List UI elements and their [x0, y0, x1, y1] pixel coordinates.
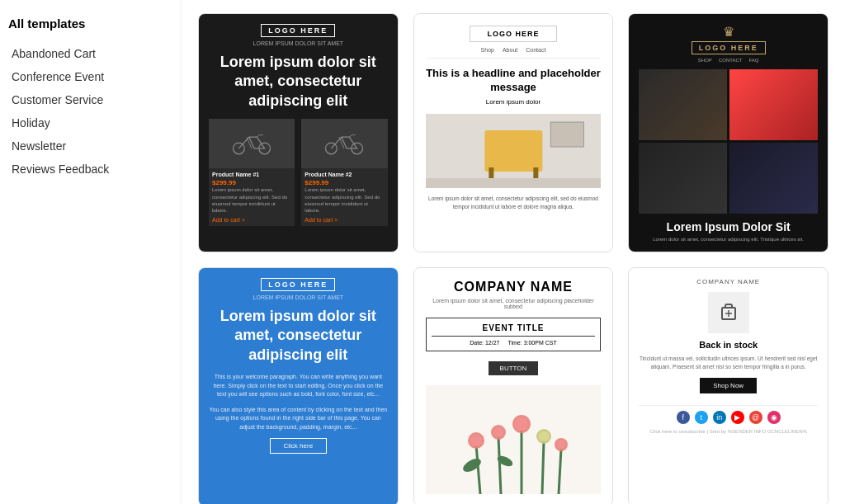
sidebar-item-holiday[interactable]: Holiday	[8, 111, 172, 134]
twitter-icon: t	[695, 411, 708, 424]
svg-line-13	[542, 440, 544, 494]
tpl5-tagline: Lorem ipsum dolor sit amet, consectetur …	[426, 298, 602, 309]
tpl2-nav1: Shop	[481, 47, 494, 53]
instagram-icon: ◉	[767, 411, 781, 424]
tpl1-headline: Lorem ipsum dolor sit amet, consectetur …	[209, 53, 388, 111]
sidebar-title: All templates	[8, 16, 172, 31]
sidebar-item-reviews-feedback[interactable]: Reviews Feedback	[8, 158, 172, 181]
tpl3-nav: SHOP CONTACT FAQ	[698, 58, 759, 63]
svg-rect-9	[426, 178, 602, 188]
linkedin-icon: in	[713, 411, 726, 424]
tpl5-event-time: Time: 3:00PM CST	[507, 340, 556, 346]
tpl1-p1-cta: Add to cart >	[212, 217, 291, 223]
template-card-5[interactable]: COMPANY NAME Lorem ipsum dolor sit amet,…	[413, 267, 614, 504]
tpl6-social-icons: f t in ▶ @ ◉	[639, 411, 818, 424]
svg-point-15	[461, 456, 484, 474]
tpl3-headline: Lorem Ipsum Dolor Sit	[667, 220, 791, 233]
tpl1-product-1: Product Name #1 $299.99 Lorem ipsum dolo…	[209, 119, 295, 226]
svg-rect-5	[484, 130, 542, 172]
facebook-icon: f	[677, 411, 690, 424]
cart-icon	[708, 292, 749, 333]
tpl3-img4	[729, 143, 818, 214]
tpl1-product-2: Product Name #2 $299.99 Lorem ipsum dolo…	[301, 119, 387, 226]
tpl4-button[interactable]: Click here	[270, 438, 328, 454]
tpl1-p2-desc: Lorem ipsum dolor sit amet, consectetur …	[304, 186, 384, 214]
tpl3-nav2: CONTACT	[719, 58, 743, 63]
template-card-3[interactable]: ♛ LOGO HERE SHOP CONTACT FAQ Lorem Ipsum…	[628, 13, 828, 252]
tpl5-flower-area	[426, 385, 602, 494]
tpl3-img1	[639, 69, 727, 140]
sidebar-item-abandoned-cart[interactable]: Abandoned Cart	[8, 42, 172, 65]
template-card-1[interactable]: LOGO HERE LOREM IPSUM DOLOR SIT AMET Lor…	[198, 13, 399, 252]
template-card-4[interactable]: LOGO HERE LOREM IPSUM DOLOR SIT AMET Lor…	[198, 267, 399, 504]
templates-grid: LOGO HERE LOREM IPSUM DOLOR SIT AMET Lor…	[198, 13, 828, 504]
sidebar-item-conference-event[interactable]: Conference Event	[8, 65, 172, 88]
tpl5-event-box: EVENT TITLE Date: 12/27 Time: 3:00PM CST	[426, 318, 602, 351]
svg-point-18	[470, 435, 482, 446]
templates-main: LOGO HERE LOREM IPSUM DOLOR SIT AMET Lor…	[182, 0, 845, 504]
tpl6-button[interactable]: Shop Now	[700, 378, 757, 393]
tpl6-company: COMPANY NAME	[639, 278, 818, 285]
tpl5-event-details: Date: 12/27 Time: 3:00PM CST	[432, 340, 596, 346]
tpl2-body: Lorem ipsum dolor sit amet, consectetur …	[426, 195, 602, 211]
tpl1-p2-name: Product Name #2	[304, 172, 384, 177]
sidebar: All templates Abandoned Cart Conference …	[0, 0, 182, 504]
svg-point-22	[515, 417, 528, 431]
sidebar-item-customer-service[interactable]: Customer Service	[8, 88, 172, 111]
tpl2-subhead: Lorem ipsum dolor	[486, 98, 541, 106]
tpl3-nav1: SHOP	[698, 58, 712, 63]
tpl2-image	[426, 114, 602, 188]
template-card-2[interactable]: LOGO HERE Shop About Contact This is a h…	[413, 13, 614, 252]
tpl4-body1: This is your welcome paragraph. You can …	[209, 373, 388, 399]
tpl3-image-grid	[639, 69, 818, 214]
youtube-icon: ▶	[731, 411, 744, 424]
tpl1-subtitle: LOREM IPSUM DOLOR SIT AMET	[253, 40, 344, 46]
tpl3-img3	[639, 143, 727, 214]
tpl6-body: Tincidunt ut massa vel, sollicitudin ult…	[639, 355, 818, 371]
tpl1-p1-price: $299.99	[212, 179, 291, 186]
tpl3-body: Lorem dolor sit amet, consectetur adipis…	[653, 237, 804, 242]
tpl2-logo: LOGO HERE	[470, 26, 556, 42]
tpl2-nav2: About	[503, 47, 517, 53]
tpl5-event-date: Date: 12/27	[470, 340, 499, 346]
tpl1-p2-cta: Add to cart >	[304, 217, 384, 223]
tpl3-img2	[729, 69, 818, 140]
svg-line-10	[476, 445, 480, 494]
tpl1-p2-price: $299.99	[304, 179, 384, 186]
tpl2-nav: Shop About Contact	[426, 47, 602, 59]
svg-line-14	[559, 449, 561, 494]
tpl4-body2: You can also style this area of content …	[209, 406, 388, 432]
sidebar-item-newsletter[interactable]: Newsletter	[8, 134, 172, 158]
svg-rect-8	[550, 122, 583, 147]
svg-point-20	[493, 427, 503, 437]
email-icon: @	[749, 411, 762, 424]
tpl6-stock-title: Back in stock	[639, 340, 818, 350]
tpl2-headline: This is a headline and placeholder messa…	[426, 67, 602, 95]
tpl3-nav3: FAQ	[748, 58, 758, 63]
tpl1-p1-name: Product Name #1	[212, 172, 291, 177]
tpl4-logo: LOGO HERE	[261, 278, 335, 291]
tpl2-nav3: Contact	[526, 47, 545, 53]
tpl4-subtitle: LOREM IPSUM DOLOR SIT AMET	[253, 294, 344, 300]
tpl1-product-2-image	[301, 119, 387, 168]
tpl5-button[interactable]: BUTTON	[489, 361, 539, 375]
tpl6-divider	[639, 405, 818, 406]
tpl5-event-title: EVENT TITLE	[432, 323, 596, 337]
svg-line-11	[498, 436, 501, 494]
tpl3-crown-icon: ♛	[723, 24, 734, 40]
template-card-6[interactable]: COMPANY NAME Back in stock Tincidunt ut …	[628, 267, 828, 504]
tpl6-cart-icon-area	[639, 292, 818, 333]
tpl1-logo: LOGO HERE	[261, 24, 335, 37]
tpl1-product-1-image	[209, 119, 295, 168]
tpl6-footer: Click here to unsubscribe | Sent by %SEN…	[639, 429, 818, 434]
tpl3-logotext: LOGO HERE	[692, 41, 766, 54]
tpl1-p1-desc: Lorem ipsum dolor sit amet, consectetur …	[212, 186, 291, 214]
tpl5-company: COMPANY NAME	[426, 280, 602, 294]
tpl4-headline: Lorem ipsum dolor sit amet, consectetur …	[209, 307, 388, 365]
tpl3-logo-area: ♛ LOGO HERE	[692, 24, 766, 54]
svg-point-24	[539, 431, 549, 441]
svg-point-26	[557, 440, 565, 449]
